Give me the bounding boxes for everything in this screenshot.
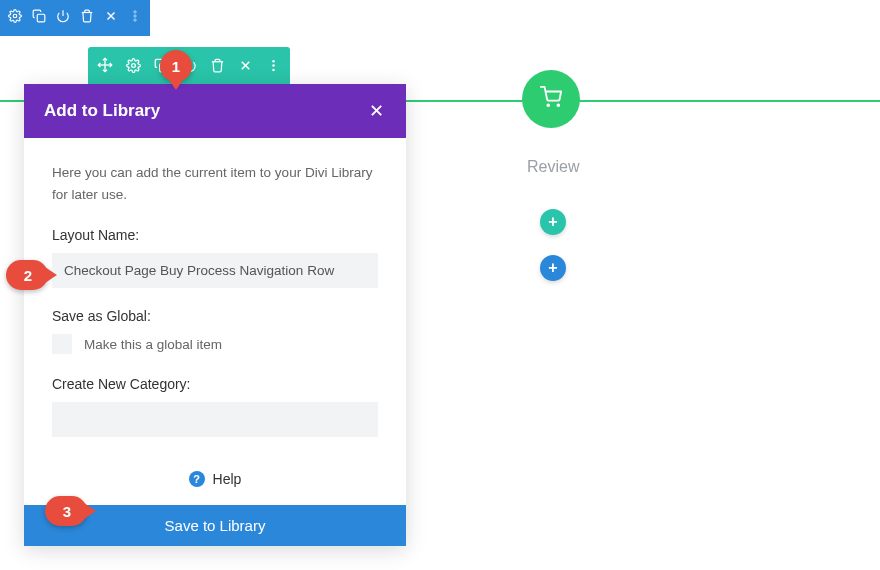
add-row-button[interactable]: + (540, 209, 566, 235)
svg-point-12 (131, 63, 135, 67)
help-icon: ? (189, 471, 205, 487)
callout-number: 3 (63, 503, 71, 520)
close-icon: ✕ (369, 101, 384, 121)
svg-point-9 (134, 19, 136, 21)
review-step-label: Review (527, 158, 579, 176)
create-category-label: Create New Category: (52, 376, 378, 392)
modal-title: Add to Library (44, 101, 160, 121)
row-more-button[interactable] (262, 56, 284, 78)
layout-name-label: Layout Name: (52, 227, 378, 243)
save-button-label: Save to Library (165, 517, 266, 534)
help-label: Help (213, 471, 242, 487)
svg-point-19 (272, 68, 275, 71)
callout-marker-3: 3 (45, 496, 87, 526)
row-delete-button[interactable] (206, 56, 228, 78)
plus-icon: + (548, 213, 557, 231)
layout-name-input[interactable] (52, 253, 378, 288)
svg-point-2 (13, 14, 17, 18)
cart-icon (540, 86, 562, 112)
row-close-button[interactable] (234, 56, 256, 78)
modal-close-button[interactable]: ✕ (366, 100, 386, 122)
plus-icon: + (548, 259, 557, 277)
section-toolbar (0, 0, 150, 36)
close-icon (238, 58, 253, 77)
callout-marker-1: 1 (160, 50, 192, 82)
section-save-button[interactable] (52, 7, 74, 29)
svg-point-7 (134, 11, 136, 13)
duplicate-icon (32, 9, 46, 27)
svg-point-0 (547, 104, 549, 106)
gear-icon (8, 9, 22, 27)
gear-icon (126, 58, 141, 77)
more-vertical-icon (266, 58, 281, 77)
global-checkbox-label: Make this a global item (84, 337, 222, 352)
section-settings-button[interactable] (4, 7, 26, 29)
section-more-button[interactable] (124, 7, 146, 29)
section-delete-button[interactable] (76, 7, 98, 29)
callout-number: 2 (24, 267, 32, 284)
add-section-button[interactable]: + (540, 255, 566, 281)
section-close-button[interactable] (100, 7, 122, 29)
svg-point-18 (272, 64, 275, 67)
trash-icon (80, 9, 94, 27)
modal-body: Here you can add the current item to you… (24, 138, 406, 505)
callout-marker-2: 2 (6, 260, 48, 290)
close-icon (104, 9, 118, 27)
global-checkbox-row: Make this a global item (52, 334, 378, 354)
global-checkbox[interactable] (52, 334, 72, 354)
create-category-input[interactable] (52, 402, 378, 437)
svg-rect-3 (37, 14, 45, 22)
cart-step-circle (522, 70, 580, 128)
more-vertical-icon (128, 9, 142, 27)
power-icon (56, 9, 70, 27)
row-settings-button[interactable] (122, 56, 144, 78)
trash-icon (210, 58, 225, 77)
svg-point-1 (557, 104, 559, 106)
add-to-library-modal: Add to Library ✕ Here you can add the cu… (24, 84, 406, 546)
help-link[interactable]: ? Help (52, 471, 378, 487)
move-icon (97, 57, 113, 77)
row-move-button[interactable] (94, 56, 116, 78)
svg-point-17 (272, 59, 275, 62)
modal-description: Here you can add the current item to you… (52, 162, 378, 205)
section-duplicate-button[interactable] (28, 7, 50, 29)
callout-number: 1 (172, 58, 180, 75)
save-global-label: Save as Global: (52, 308, 378, 324)
svg-point-8 (134, 15, 136, 17)
modal-header: Add to Library ✕ (24, 84, 406, 138)
